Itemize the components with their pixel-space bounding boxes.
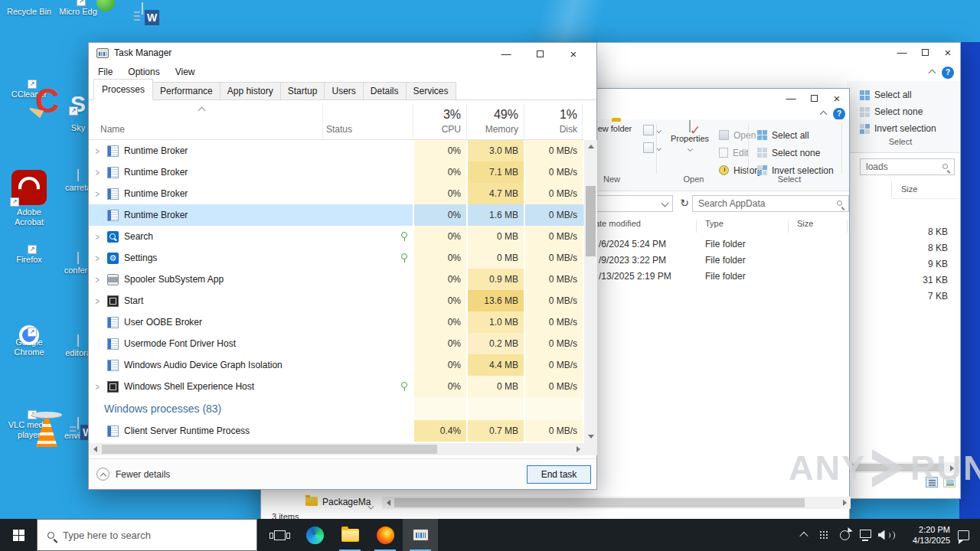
tab-users[interactable]: Users: [325, 82, 363, 100]
scrollbar-thumb[interactable]: [586, 186, 596, 256]
minimize-button[interactable]: —: [890, 44, 913, 61]
scroll-right-arrow[interactable]: [572, 443, 584, 455]
maximize-button[interactable]: [802, 90, 825, 107]
disk-column-header[interactable]: Disk: [524, 124, 583, 135]
taskbar-edge-button[interactable]: [297, 519, 332, 551]
back-search-box[interactable]: loads: [860, 158, 955, 175]
refresh-button[interactable]: ↻: [676, 195, 693, 212]
desktop-icon-recycle-bin[interactable]: Recycle Bin: [5, 5, 53, 17]
desktop-icon-vlc-media-player[interactable]: ↗VLC media player: [5, 418, 53, 440]
easy-access-buttons[interactable]: [643, 125, 662, 160]
collapse-ribbon-icon[interactable]: [929, 69, 936, 77]
disk-total[interactable]: 1%: [524, 108, 583, 122]
tab-processes[interactable]: Processes: [93, 79, 153, 100]
taskbar-task-view-button[interactable]: [262, 519, 297, 551]
status-column-header[interactable]: Status: [326, 124, 352, 135]
tray-grid-button[interactable]: [814, 519, 835, 551]
select-none-button[interactable]: Select none: [757, 144, 834, 161]
select-all-button[interactable]: Select all: [860, 86, 912, 103]
tab-performance[interactable]: Performance: [153, 82, 220, 100]
start-button[interactable]: [0, 519, 37, 551]
process-row[interactable]: >Runtime Broker0%4.7 MB0 MB/s: [89, 183, 584, 204]
scroll-up-arrow[interactable]: [584, 140, 597, 153]
process-row[interactable]: User OOBE Broker0%1.0 MB0 MB/s: [89, 311, 584, 333]
cpu-column-header[interactable]: CPU: [413, 124, 466, 135]
close-button[interactable]: ×: [557, 45, 590, 63]
process-row[interactable]: >Spooler SubSystem App0%0.9 MB0 MB/s: [89, 269, 584, 290]
taskbar-clock[interactable]: 2:20 PM 4/13/2025: [903, 524, 950, 546]
properties-button[interactable]: Properties: [667, 121, 713, 154]
close-button[interactable]: ×: [936, 44, 959, 61]
menu-options[interactable]: Options: [120, 64, 167, 80]
process-row[interactable]: >Runtime Broker0%7.1 MB0 MB/s: [89, 161, 584, 183]
tab-services[interactable]: Services: [407, 82, 456, 100]
size-column-header[interactable]: Size: [901, 184, 917, 194]
process-row[interactable]: Usermode Font Driver Host0%0.2 MB0 MB/s: [89, 333, 584, 354]
invert-selection-button[interactable]: Invert selection: [860, 120, 936, 137]
scroll-down-arrow[interactable]: [584, 430, 597, 443]
minimize-button[interactable]: —: [489, 45, 523, 63]
tray-volume-button[interactable]: [876, 519, 897, 551]
tray-sync-button[interactable]: [835, 519, 855, 551]
select-all-button[interactable]: Select all: [757, 126, 834, 144]
expand-chevron-icon: >: [95, 167, 101, 178]
taskbar-task-manager-button[interactable]: [403, 519, 438, 551]
sort-ascending-icon: [198, 107, 206, 115]
process-row[interactable]: Runtime Broker0%1.6 MB0 MB/s: [89, 204, 584, 226]
process-row[interactable]: >Runtime Broker0%3.0 MB0 MB/s: [89, 140, 584, 161]
collapse-ribbon-icon[interactable]: [820, 110, 828, 118]
tray-network-button[interactable]: [855, 519, 876, 551]
taskbar-explorer-button[interactable]: [332, 519, 368, 551]
ribbon-divider: [847, 152, 960, 153]
desktop-icon-word-document[interactable]: [125, 3, 160, 40]
menu-file[interactable]: File: [90, 64, 120, 80]
memory-column-header[interactable]: Memory: [466, 124, 524, 135]
desktop-icon-firefox[interactable]: ↗Firefox: [5, 253, 53, 265]
taskbar-search-box[interactable]: Type here to search: [37, 519, 257, 551]
cpu-total[interactable]: 3%: [413, 108, 466, 122]
taskbar-firefox-button[interactable]: [368, 519, 403, 551]
task-manager-window[interactable]: Task Manager — × File Options View Proce…: [88, 42, 597, 490]
vertical-scrollbar[interactable]: [584, 140, 597, 443]
breadcrumb-dropdown[interactable]: [368, 500, 374, 511]
type-column-header[interactable]: Type: [705, 219, 724, 228]
process-row[interactable]: >Start0%13.6 MB0 MB/s: [89, 290, 584, 311]
help-icon[interactable]: ?: [942, 67, 954, 79]
desktop-icon-ccleaner[interactable]: ↗CCleaner: [5, 87, 53, 99]
minimize-button[interactable]: —: [779, 90, 802, 107]
desktop-icon-micro-edg[interactable]: ↗Micro Edg: [54, 5, 102, 17]
close-button[interactable]: ×: [825, 90, 848, 107]
action-center-icon[interactable]: [958, 530, 969, 540]
fewer-details-button[interactable]: Fewer details: [96, 468, 170, 481]
size-column-header[interactable]: Size: [797, 219, 813, 228]
end-task-button[interactable]: End task: [527, 465, 591, 484]
desktop-icon-adobe-acrobat[interactable]: ↗Adobe Acrobat: [5, 170, 53, 227]
process-row[interactable]: >Settings0%0 MB0 MB/s: [89, 247, 584, 269]
maximize-button[interactable]: [913, 44, 936, 61]
front-search-box[interactable]: Search AppData: [692, 195, 849, 212]
select-none-button[interactable]: Select none: [860, 103, 923, 120]
maximize-button[interactable]: [523, 45, 557, 63]
process-row[interactable]: >Search0%0 MB0 MB/s: [89, 226, 584, 247]
tab-details[interactable]: Details: [364, 82, 407, 100]
breadcrumb-label[interactable]: PackageMa: [322, 497, 371, 507]
scrollbar-thumb[interactable]: [102, 445, 437, 454]
tray-show-hidden-icons-button[interactable]: [793, 519, 814, 551]
help-icon[interactable]: ?: [833, 108, 845, 120]
tab-app-history[interactable]: App history: [220, 82, 281, 100]
process-row[interactable]: Client Server Runtime Process0.4%0.7 MB0…: [89, 420, 584, 442]
name-column-header[interactable]: Name: [100, 124, 125, 135]
scroll-left-arrow[interactable]: [382, 497, 394, 509]
scrollbar-thumb[interactable]: [394, 498, 805, 507]
desktop-icon-google-chrome[interactable]: ↗Google Chrome: [5, 335, 53, 357]
scroll-right-arrow[interactable]: [838, 497, 851, 509]
process-row[interactable]: >Windows Shell Experience Host0%0 MB0 MB…: [89, 376, 584, 397]
scroll-left-arrow[interactable]: [89, 443, 101, 455]
memory-total[interactable]: 49%: [466, 108, 524, 122]
horizontal-scrollbar[interactable]: [89, 443, 584, 455]
process-row[interactable]: Windows Audio Device Graph Isolation0%4.…: [89, 354, 584, 376]
menu-view[interactable]: View: [168, 64, 203, 80]
process-group-row[interactable]: Windows processes (83): [89, 397, 584, 420]
tab-startup[interactable]: Startup: [281, 82, 325, 100]
front-horizontal-scrollbar[interactable]: [382, 497, 851, 509]
